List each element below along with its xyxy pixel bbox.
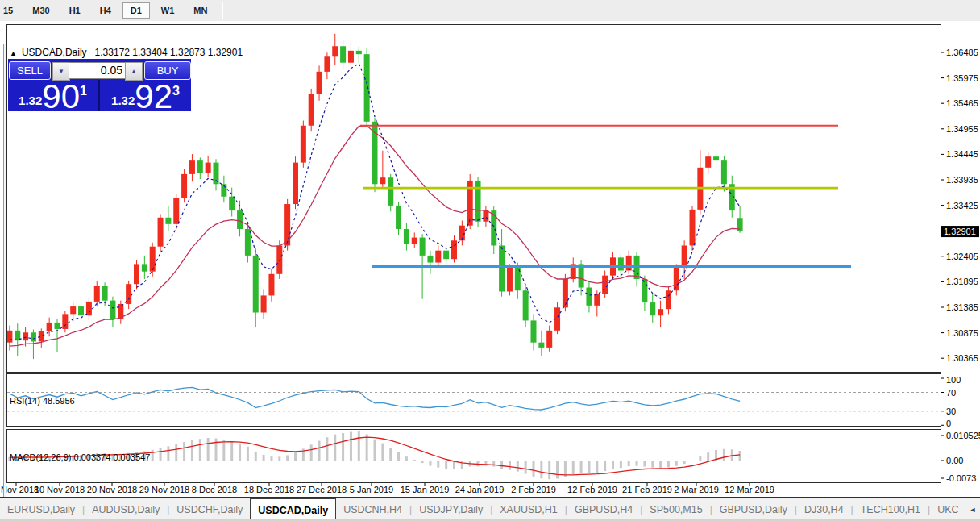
timeframe-button-h1[interactable]: H1 — [61, 2, 89, 19]
buy-price-display[interactable]: 1.32 92 3 — [100, 81, 191, 111]
rsi-axis-label: 100 — [946, 375, 961, 385]
candle-body — [412, 238, 417, 244]
time-axis-label: 2 Mar 2019 — [674, 485, 719, 494]
candle-body — [388, 177, 393, 206]
time-axis-label: 12 Feb 2019 — [567, 485, 617, 494]
sell-price-base: 1.32 — [19, 94, 42, 107]
tab-dj30-h4[interactable]: DJ30,H4 — [797, 500, 851, 519]
price-axis-label: 1.33425 — [946, 201, 978, 210]
candle-body — [538, 343, 544, 348]
timeframe-button-m30[interactable]: M30 — [24, 2, 57, 19]
rsi-axis-label: 0 — [946, 419, 951, 428]
timeframe-toolbar: 15M30H1H4D1W1MN — [0, 0, 980, 22]
tab-tech100-h1[interactable]: TECH100,H1 — [853, 500, 928, 519]
price-axis-label: 1.35465 — [946, 98, 978, 108]
chart-window: 1.364851.359751.354651.349551.344451.339… — [0, 21, 980, 497]
tab-xauusd-h1[interactable]: XAUUSD,H1 — [492, 500, 565, 519]
candle-body — [713, 156, 719, 160]
candle-body — [420, 238, 426, 256]
candle-body — [70, 306, 76, 314]
candle-body — [332, 46, 338, 56]
candle-body — [586, 288, 592, 306]
time-axis-label: 24 Jan 2019 — [455, 485, 505, 494]
sell-price-display[interactable]: 1.32 90 1 — [8, 81, 98, 111]
candle-body — [181, 174, 187, 198]
candle-body — [134, 264, 139, 284]
tab-usdcad-daily[interactable]: USDCAD,Daily — [250, 498, 336, 520]
tab-usdcnh-h4[interactable]: USDCNH,H4 — [336, 500, 409, 519]
time-axis-label: 10 Nov 2018 — [35, 485, 85, 494]
candle-body — [94, 286, 100, 302]
candle-body — [491, 210, 496, 245]
price-axis-label: 1.30365 — [946, 353, 978, 363]
rsi-axis-label: 30 — [946, 406, 956, 416]
tab-usdchf-daily[interactable]: USDCHF,Daily — [169, 500, 250, 519]
timeframe-button-15[interactable]: 15 — [0, 2, 21, 19]
current-price-label: 1.32901 — [944, 227, 976, 236]
buy-price-sup: 3 — [172, 84, 180, 98]
macd-axis-label: 0.010525 — [946, 431, 980, 440]
candle-body — [666, 290, 671, 309]
candle-body — [206, 163, 211, 173]
timeframe-button-h4[interactable]: H4 — [92, 2, 119, 19]
candle-body — [364, 54, 370, 122]
candle-body — [356, 51, 362, 54]
candle-body — [563, 279, 568, 307]
candle-body — [86, 302, 92, 315]
candle-body — [317, 72, 322, 94]
candle-body — [451, 240, 457, 259]
time-axis-label: 21 Feb 2019 — [622, 485, 672, 494]
candle-body — [309, 94, 314, 126]
tab-gbpusd-h4[interactable]: GBPUSD,H4 — [567, 500, 640, 519]
time-axis-label: 29 Nov 2018 — [139, 485, 189, 494]
time-axis-label: 12 Mar 2019 — [725, 485, 774, 494]
candle-body — [293, 163, 298, 204]
macd-axis-label: 0.00 — [946, 456, 963, 465]
price-axis-label: 1.31895 — [946, 277, 978, 286]
candle-body — [340, 46, 346, 62]
candle-body — [380, 177, 385, 184]
candle-body — [507, 268, 513, 292]
volume-input[interactable]: 0.05 — [69, 62, 126, 79]
chart-ohlc-values: 1.33172 1.33404 1.32873 1.32901 — [95, 47, 243, 58]
time-axis-label: 15 Jan 2019 — [401, 485, 450, 494]
candle-body — [165, 218, 171, 224]
candle-body — [737, 218, 743, 231]
candle-body — [475, 181, 481, 222]
candle-body — [78, 306, 84, 315]
timeframe-button-d1[interactable]: D1 — [122, 2, 150, 19]
price-axis-label: 1.35975 — [946, 73, 978, 83]
candle-body — [268, 274, 274, 296]
tab-ukc[interactable]: UKC — [930, 500, 965, 519]
buy-price-base: 1.32 — [111, 94, 135, 107]
tab-eurusd-daily[interactable]: EURUSD,Daily — [0, 500, 82, 519]
candle-body — [594, 294, 600, 306]
sell-price-sup: 1 — [80, 84, 87, 98]
macd-indicator-label: MACD(12,26,9) 0.003374 0.003547 — [10, 452, 150, 462]
candle-body — [158, 218, 164, 247]
tab-scroll-left-icon[interactable]: ◄ — [966, 506, 980, 514]
timeframe-button-mn[interactable]: MN — [185, 2, 215, 19]
tab-gbpusd-daily[interactable]: GBPUSD,Daily — [712, 500, 795, 519]
candle-body — [435, 251, 441, 263]
timeframe-button-w1[interactable]: W1 — [153, 2, 183, 19]
sell-price-big: 90 — [42, 82, 80, 111]
price-axis-label: 1.31385 — [946, 302, 978, 312]
candle-body — [150, 247, 156, 272]
candle-body — [301, 126, 306, 163]
candle-body — [276, 245, 282, 273]
buy-price-big: 92 — [135, 82, 172, 111]
time-axis-label: 5 Jan 2019 — [350, 485, 393, 494]
tab-audusd-daily[interactable]: AUDUSD,Daily — [85, 500, 167, 519]
time-axis-label: 1 Nov 2018 — [0, 485, 39, 494]
candle-body — [642, 279, 647, 302]
tab-usdjpy-daily[interactable]: USDJPY,Daily — [412, 500, 490, 519]
candle-body — [348, 51, 354, 63]
tab-sp500-m15[interactable]: SP500,M15 — [642, 500, 709, 519]
one-click-trade-panel: SELL ▼ 0.05 ▲ BUY 1.32 90 1 1.32 92 3 — [8, 59, 191, 111]
candle-body — [658, 309, 663, 315]
candle-body — [47, 323, 52, 331]
time-axis-label: 18 Dec 2018 — [244, 485, 294, 494]
collapse-panel-icon[interactable]: ▲ — [10, 49, 17, 57]
candle-body — [650, 302, 655, 315]
